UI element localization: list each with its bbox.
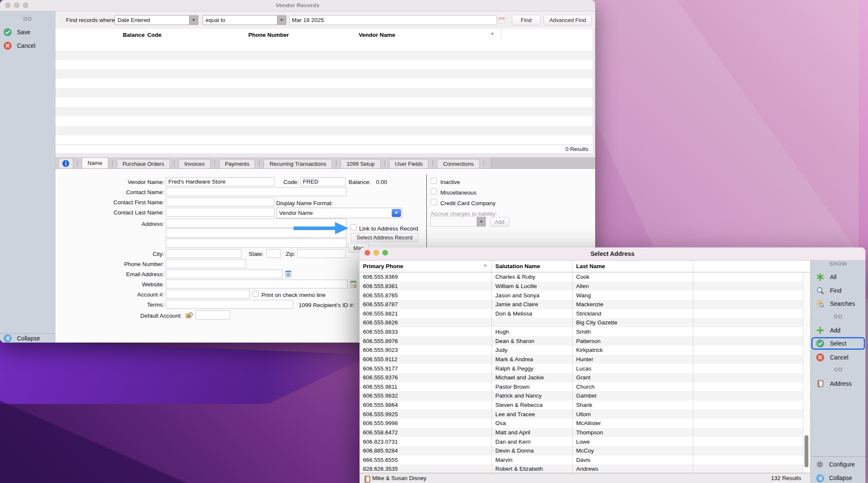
address-row[interactable]: 606.555.9177Ralph & PeggyLucas — [360, 364, 810, 373]
results-empty-row[interactable] — [55, 135, 593, 145]
address-row[interactable]: 606.823.0731Dan and KerriLowe — [360, 437, 810, 446]
column-header-last-name[interactable]: Last Name — [573, 261, 693, 272]
address-row[interactable]: 606.555.8381William & LucilleAllen — [360, 282, 810, 291]
results-empty-row[interactable] — [55, 50, 593, 60]
vendor-name-input[interactable]: Fred's Hardware Store — [166, 177, 275, 186]
tab-purchase-orders[interactable]: Purchase Orders — [117, 159, 170, 168]
select-address-record-button[interactable]: Select Address Record — [351, 233, 418, 242]
column-header-vendor-name[interactable]: Vendor Name — [359, 29, 395, 41]
tab-drag-handle[interactable]: ⋮ — [110, 159, 115, 166]
sidebar-item-find[interactable]: Find — [813, 284, 864, 297]
contact-first-name-input[interactable] — [166, 198, 275, 206]
tab-1099-setup[interactable]: 1099 Setup — [341, 159, 381, 168]
zip-input[interactable] — [297, 249, 346, 258]
address-row[interactable]: 606.555.8833HughSmith — [360, 327, 810, 337]
address-row[interactable]: 606.555.8765Jason and SonyaWang — [360, 291, 810, 300]
collapse-button[interactable]: Collapse — [3, 334, 40, 343]
account-number-input[interactable] — [166, 290, 250, 299]
ledger-lookup-icon[interactable] — [185, 311, 193, 319]
sidebar-item-add[interactable]: Add — [813, 324, 864, 337]
tab-connections[interactable]: Connections — [437, 159, 479, 168]
tab-drag-handle[interactable]: ⋮ — [212, 159, 218, 166]
address-row[interactable]: 606.555.8826Big City Gazette — [360, 318, 810, 327]
tab-drag-handle[interactable]: ⋮ — [430, 159, 436, 166]
column-header-phone[interactable]: Phone Number — [248, 29, 289, 41]
address-row[interactable]: 606.555.9925Lee and TraceeUllom — [360, 409, 810, 419]
address-row[interactable]: 606.555.9811Pastor BrownChurch — [360, 382, 810, 392]
results-empty-row[interactable] — [55, 116, 593, 126]
sidebar-item-select[interactable]: Select — [811, 337, 865, 350]
select-address-title-bar[interactable]: Select Address — [360, 247, 865, 261]
email-page-icon[interactable] — [285, 270, 292, 278]
column-header-salutation-name[interactable]: Salutation Name — [492, 261, 573, 272]
address-row[interactable]: 606.555.8787Jamie and ClaireMackenzie — [360, 300, 810, 309]
address-row[interactable]: 606.555.8821Don & MelissaStrickland — [360, 309, 810, 318]
tab-user-fields[interactable]: User Fields — [389, 159, 429, 168]
results-empty-row[interactable] — [55, 98, 593, 107]
tab-drag-handle[interactable]: ⋮ — [333, 159, 339, 166]
zoom-button[interactable] — [382, 250, 388, 255]
address-row[interactable]: 606.555.8369Charles & RubyCook — [360, 272, 810, 282]
address-row[interactable]: 606.555.9112Mark & AndreaHunter — [360, 355, 810, 364]
email-address-input[interactable] — [166, 269, 283, 278]
tab-drag-handle[interactable]: ⋮ — [171, 159, 177, 166]
results-empty-row[interactable] — [55, 88, 593, 97]
sidebar-item-all[interactable]: All — [813, 271, 864, 283]
add-liability-button[interactable]: Add — [490, 217, 509, 227]
address-row[interactable]: 606.555.9376Michael and JackieGrant — [360, 373, 810, 382]
minimize-button[interactable] — [374, 250, 379, 255]
contact-name-input[interactable] — [166, 187, 346, 196]
close-button[interactable] — [5, 3, 11, 8]
sidebar-item-searches[interactable]: Searches — [813, 297, 864, 310]
display-name-format-select[interactable]: Vendor Name — [276, 208, 402, 218]
sidebar-item-collapse[interactable]: Collapse — [813, 472, 864, 483]
phone-number-input[interactable] — [166, 259, 246, 268]
contact-last-name-input[interactable] — [166, 208, 275, 217]
address-row[interactable]: 666.555.6555MarvinDavis — [360, 456, 810, 465]
address-row[interactable]: 606.885.9284Devin & DonnaMcCoy — [360, 446, 810, 456]
address-row[interactable]: 606.555.8976Dean & SharonPatterson — [360, 336, 810, 346]
sidebar-item-configure[interactable]: Configure — [813, 459, 864, 470]
vendor-title-bar[interactable]: Vendor Records — [0, 0, 595, 11]
web-page-icon[interactable] — [350, 280, 357, 288]
address-row[interactable]: 606.555.9023JudyKirkpatrick — [360, 346, 810, 355]
accrue-liability-select[interactable] — [430, 217, 486, 227]
miscellaneous-checkbox[interactable] — [431, 188, 437, 195]
sidebar-item-cancel[interactable]: Cancel — [3, 39, 36, 52]
address-row[interactable]: 606.555.9832Patrick and NancyGambet — [360, 391, 810, 401]
results-empty-row[interactable] — [55, 41, 593, 50]
results-table-body[interactable] — [55, 41, 593, 145]
address-row[interactable]: 828.626.3535Robert & ElizabethAndrews — [360, 464, 810, 473]
zoom-button[interactable] — [23, 3, 28, 8]
column-header-primary-phone[interactable]: Primary Phone ^ — [360, 261, 492, 272]
link-address-record-checkbox[interactable] — [350, 224, 357, 231]
print-check-memo-checkbox[interactable] — [253, 291, 259, 297]
find-operator-select[interactable]: equal to — [203, 15, 286, 25]
address-row[interactable]: 606.558.6472Matt and AprilThompson — [360, 428, 810, 437]
tab-drag-handle[interactable]: ⋮ — [481, 159, 487, 166]
address-line3-input[interactable] — [166, 239, 346, 248]
address-row[interactable]: 606.555.9864Steven & RebeccaShank — [360, 401, 810, 410]
credit-card-company-checkbox[interactable] — [431, 199, 437, 205]
inactive-checkbox[interactable] — [431, 178, 437, 184]
calendar-icon[interactable] — [498, 16, 505, 24]
tab-invoices[interactable]: Invoices — [179, 159, 211, 168]
minimize-button[interactable] — [14, 3, 19, 8]
sidebar-item-save[interactable]: Save — [3, 26, 30, 38]
website-input[interactable] — [166, 280, 348, 288]
sidebar-item-address[interactable]: Address — [813, 377, 864, 390]
results-empty-row[interactable] — [55, 107, 593, 116]
find-value-input[interactable]: Mar 18 2025 — [289, 15, 497, 25]
default-account-input[interactable] — [195, 310, 230, 320]
tab-drag-handle[interactable]: ⋮ — [382, 159, 388, 166]
find-field-select[interactable]: Date Entered — [115, 15, 198, 25]
vertical-scrollbar[interactable] — [803, 272, 810, 473]
results-empty-row[interactable] — [55, 126, 593, 135]
tab-payments[interactable]: Payments — [219, 159, 255, 168]
results-empty-row[interactable] — [55, 60, 593, 69]
tab-name[interactable]: Name — [82, 157, 108, 168]
results-empty-row[interactable] — [55, 79, 593, 88]
tab-recurring-transactions[interactable]: Recurring Transactions — [264, 159, 332, 168]
tab-drag-handle[interactable]: ⋮ — [74, 159, 80, 166]
close-button[interactable] — [365, 250, 370, 255]
